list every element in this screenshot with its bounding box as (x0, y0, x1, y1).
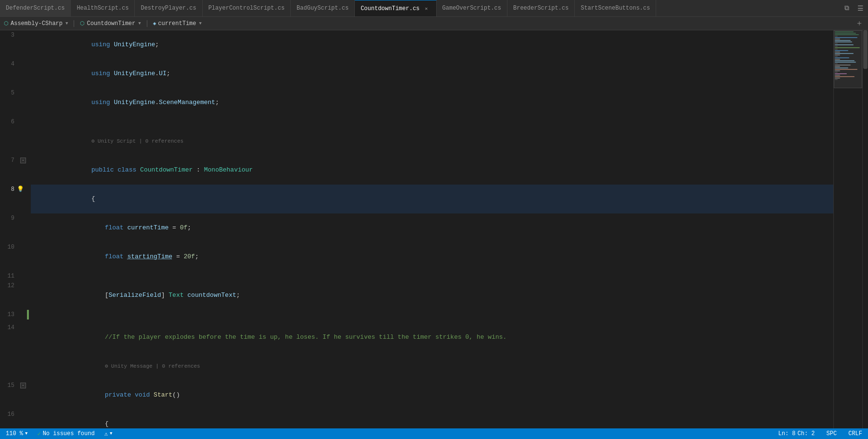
tab-defender[interactable]: DefenderScript.cs (0, 0, 71, 16)
fold-5 (19, 88, 27, 117)
code-7[interactable]: public class CountdownTimer : MonoBehavi… (31, 156, 833, 185)
code-table: 3 using UnityEngine; 4 using UnityEngine… (0, 30, 833, 428)
no-issues-label: No issues found (43, 430, 95, 437)
line-5: 5 using UnityEngine.SceneManagement; (0, 88, 833, 117)
tab-countdown[interactable]: CountdownTimer.cs ✕ (355, 0, 436, 16)
fold-15[interactable]: - (19, 381, 27, 410)
error-nav-icon: ⚠ (104, 430, 108, 438)
lightbulb-icon[interactable]: 💡 (17, 186, 24, 193)
fold-11 (19, 271, 27, 281)
fold-hint15 (19, 352, 27, 381)
nav-class-icon: ⬡ (80, 20, 85, 27)
code-9[interactable]: float currentTime = 0f; (31, 213, 833, 242)
marker-hint15 (27, 352, 31, 381)
tab-health[interactable]: HealthScript.cs (71, 0, 135, 16)
line-9: 9 float currentTime = 0f; (0, 213, 833, 242)
code-6[interactable] (31, 117, 833, 127)
tab-breeder[interactable]: BreederScript.cs (507, 0, 575, 16)
line-num-12: 12 (0, 281, 19, 310)
line-num-7: 7 (0, 156, 19, 185)
fold-6 (19, 117, 27, 127)
tab-split-icon[interactable]: ⧉ (841, 2, 853, 14)
code-5[interactable]: using UnityEngine.SceneManagement; (31, 88, 833, 117)
line-num-15: 15 (0, 381, 19, 410)
code-8[interactable]: { (31, 185, 833, 213)
fold-icon-7[interactable]: - (20, 158, 26, 163)
scrollbar-thumb[interactable] (863, 30, 868, 69)
tab-gameover[interactable]: GameOverScript.cs (437, 0, 507, 16)
zoom-arrow-icon: ▼ (25, 431, 27, 436)
tab-bar: DefenderScript.cs HealthScript.cs Destro… (0, 0, 868, 17)
nav-assembly-icon: ⬡ (4, 20, 9, 27)
line-num-16: 16 (0, 410, 19, 428)
minimap[interactable] (833, 30, 862, 428)
fold-hint7 (19, 127, 27, 156)
code-4[interactable]: using UnityEngine.UI; (31, 59, 833, 88)
marker-7 (27, 156, 31, 185)
status-bar: 110 % ▼ ✓ No issues found ⚠ ▼ Ln: 8 Ch: … (0, 428, 868, 439)
line-num-10: 10 (0, 242, 19, 271)
nav-member-arrow: ▼ (199, 21, 202, 26)
nav-assembly-label: Assembly-CSharp (11, 20, 63, 27)
tab-playercontrol[interactable]: PlayerControlScript.cs (203, 0, 291, 16)
fold-9 (19, 213, 27, 242)
line-ending-info[interactable]: CRLF (846, 429, 864, 438)
nav-class-label: CountdownTimer (87, 20, 135, 27)
line-num-9: 9 (0, 213, 19, 242)
fold-4 (19, 59, 27, 88)
tab-badguy[interactable]: BadGuyScript.cs (291, 0, 355, 16)
zoom-control[interactable]: 110 % ▼ (4, 429, 29, 438)
tab-playercontrol-label: PlayerControlScript.cs (208, 5, 285, 12)
nav-member-label: currentTime (158, 20, 196, 27)
tab-icons: ⧉ ☰ (841, 2, 868, 14)
code-16[interactable]: { (31, 410, 833, 428)
zoom-label: 110 % (6, 430, 23, 437)
tab-startscene[interactable]: StartSceneButtons.cs (575, 0, 656, 16)
nav-assembly[interactable]: ⬡ Assembly-CSharp ▼ (4, 20, 72, 27)
indent-info[interactable]: SPC (825, 429, 839, 438)
nav-add-button[interactable]: ＋ (855, 19, 864, 28)
no-issues-item[interactable]: ✓ No issues found (35, 429, 96, 439)
tab-destroyplayer[interactable]: DestroyPlayer.cs (135, 0, 202, 16)
vertical-scrollbar[interactable] (862, 30, 868, 428)
nav-assembly-arrow: ▼ (65, 21, 68, 26)
line-15: 15 - private void Start() (0, 381, 833, 410)
fold-icon-15[interactable]: - (20, 383, 26, 388)
code-editor[interactable]: 3 using UnityEngine; 4 using UnityEngine… (0, 30, 833, 428)
marker-hint7 (27, 127, 31, 156)
tab-gameover-label: GameOverScript.cs (442, 5, 501, 12)
line-num-3: 3 (0, 30, 19, 59)
line-num-13: 13 (0, 310, 19, 323)
marker-13 (27, 310, 31, 323)
code-10[interactable]: float startingTime = 20f; (31, 242, 833, 271)
nav-member[interactable]: ◈ currentTime ▼ (149, 20, 206, 27)
code-3[interactable]: using UnityEngine; (31, 30, 833, 59)
status-left: 110 % ▼ ✓ No issues found ⚠ ▼ (4, 429, 114, 439)
nav-bar: ⬡ Assembly-CSharp ▼ ⬡ CountdownTimer ▼ ◈… (0, 17, 868, 30)
fold-10 (19, 242, 27, 271)
col-info-label: Ch: 2 (798, 430, 815, 437)
fold-12 (19, 281, 27, 310)
code-15[interactable]: private void Start() (31, 381, 833, 410)
line-7: 7 - public class CountdownTimer : MonoBe… (0, 156, 833, 185)
error-nav[interactable]: ⚠ ▼ (103, 429, 115, 439)
line-6: 6 (0, 117, 833, 127)
hint-7: 7 ⚙ Unity Script | 0 references (0, 127, 833, 156)
tab-badguy-label: BadGuyScript.cs (297, 5, 349, 12)
line-col-info[interactable]: Ln: 8 Ch: 2 (777, 429, 817, 438)
tab-countdown-close[interactable]: ✕ (423, 5, 430, 13)
fold-13 (19, 310, 27, 323)
line-11: 11 (0, 271, 833, 281)
marker-14 (27, 323, 31, 352)
status-right: Ln: 8 Ch: 2 SPC CRLF (777, 429, 864, 438)
line-12: 12 [SerializeField] Text countdownText; (0, 281, 833, 310)
code-14[interactable]: //If the player explodes before the time… (31, 323, 833, 352)
fold-7[interactable]: - (19, 156, 27, 185)
code-12[interactable]: [SerializeField] Text countdownText; (31, 281, 833, 310)
line-num-4: 4 (0, 59, 19, 88)
code-11[interactable] (31, 271, 833, 281)
code-13[interactable] (31, 310, 833, 323)
tab-menu-icon[interactable]: ☰ (855, 2, 866, 14)
line-4: 4 using UnityEngine.UI; (0, 59, 833, 88)
nav-class[interactable]: ⬡ CountdownTimer ▼ (76, 20, 144, 27)
